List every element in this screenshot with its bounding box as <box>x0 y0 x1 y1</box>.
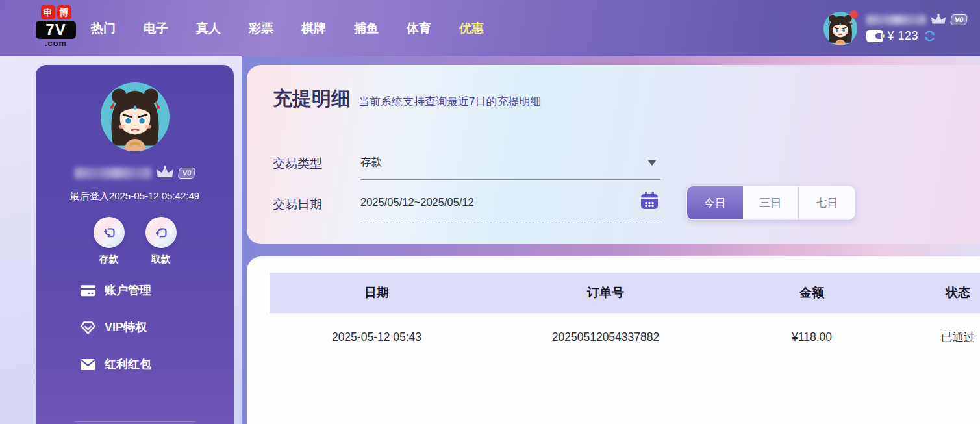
col-header-date: 日期 <box>270 284 484 301</box>
records-table: 日期 订单号 金额 状态 2025-05-12 05:43 2025051205… <box>270 273 980 361</box>
refresh-balance-icon[interactable] <box>923 29 936 43</box>
col-header-amount: 金额 <box>727 284 896 301</box>
logo-main-text: 7V <box>36 21 76 39</box>
logo-square-2: 博 <box>57 5 71 19</box>
sidebar-divider <box>75 421 195 422</box>
user-box: V0 ¥ 123 <box>823 0 967 56</box>
sidebar-item-label: 账户管理 <box>105 282 151 298</box>
page: 申 博 7V .com 热门 电子 真人 彩票 棋牌 捕鱼 体育 优惠 <box>0 0 980 424</box>
page-title-row: 充提明细 当前系统支持查询最近7日的充提明细 <box>273 86 541 112</box>
profile-vip-badge: V0 <box>178 168 196 179</box>
withdraw-button[interactable]: 取款 <box>145 217 177 266</box>
chevron-down-icon[interactable] <box>647 160 657 166</box>
cell-status: 已通过 <box>896 329 980 345</box>
logo-square-1: 申 <box>41 5 55 19</box>
col-header-status: 状态 <box>896 284 980 301</box>
nav-item-cards[interactable]: 棋牌 <box>301 20 326 37</box>
sidebar-menu: 账户管理 VIP特权 红利红包 <box>36 282 234 372</box>
deposit-icon <box>94 217 125 248</box>
notification-dot <box>850 10 858 18</box>
profile-crown-icon <box>155 166 175 180</box>
sidebar-item-vip[interactable]: VIP特权 <box>80 319 234 335</box>
user-meta: V0 ¥ 123 <box>866 14 967 43</box>
user-name-row: V0 <box>866 14 967 26</box>
filter-panel: 充提明细 当前系统支持查询最近7日的充提明细 交易类型 存款 交易日期 2025… <box>247 65 980 244</box>
nav-item-promo[interactable]: 优惠 <box>459 20 484 37</box>
nav-item-slots[interactable]: 电子 <box>144 20 168 37</box>
sidebar-item-label: VIP特权 <box>105 319 147 335</box>
top-nav: 申 博 7V .com 热门 电子 真人 彩票 棋牌 捕鱼 体育 优惠 <box>0 0 980 56</box>
tab-seven-days[interactable]: 七日 <box>799 186 855 219</box>
username-blurred <box>866 15 926 25</box>
envelope-icon <box>80 358 96 371</box>
quick-actions: 存款 取款 <box>94 217 177 266</box>
withdraw-icon <box>145 217 177 248</box>
nav-item-lottery[interactable]: 彩票 <box>249 20 273 37</box>
balance-amount: ¥ 123 <box>888 29 919 43</box>
transaction-type-value[interactable]: 存款 <box>360 155 382 169</box>
balance-row: ¥ 123 <box>866 29 967 43</box>
nav-item-hot[interactable]: 热门 <box>91 20 116 37</box>
type-select-underline <box>360 179 660 180</box>
profile-username-blurred <box>75 168 151 179</box>
calendar-icon[interactable] <box>640 191 659 213</box>
card-icon <box>80 283 96 297</box>
nav-item-fishing[interactable]: 捕鱼 <box>354 20 379 37</box>
cell-amount: ¥118.00 <box>727 330 896 344</box>
user-avatar[interactable] <box>823 12 857 45</box>
nav-item-sports[interactable]: 体育 <box>407 20 431 37</box>
nav-item-live[interactable]: 真人 <box>196 20 221 37</box>
date-select-underline <box>360 223 660 223</box>
brand-logo[interactable]: 申 博 7V .com <box>36 5 76 48</box>
page-subtitle: 当前系统支持查询最近7日的充提明细 <box>358 94 541 109</box>
logo-squares: 申 博 <box>36 5 76 19</box>
table-header-row: 日期 订单号 金额 状态 <box>270 273 980 313</box>
tab-three-days[interactable]: 三日 <box>743 186 799 219</box>
transaction-date-label: 交易日期 <box>273 196 322 213</box>
tab-today[interactable]: 今日 <box>687 186 743 219</box>
gem-icon <box>80 320 96 335</box>
profile-avatar <box>101 82 170 151</box>
withdraw-label: 取款 <box>151 253 171 266</box>
results-panel: 日期 订单号 金额 状态 2025-05-12 05:43 2025051205… <box>247 256 980 424</box>
date-range-tabs: 今日 三日 七日 <box>686 186 855 220</box>
cell-date: 2025-05-12 05:43 <box>270 330 484 344</box>
deposit-label: 存款 <box>99 253 119 266</box>
sidebar-item-account[interactable]: 账户管理 <box>80 282 234 298</box>
page-title: 充提明细 <box>273 86 351 112</box>
sidebar-item-label: 红利红包 <box>105 356 151 372</box>
transaction-date-value[interactable]: 2025/05/12~2025/05/12 <box>360 196 474 208</box>
table-row: 2025-05-12 05:43 20250512054337882 ¥118.… <box>270 313 980 361</box>
deposit-button[interactable]: 存款 <box>94 217 125 266</box>
profile-sidebar: V0 最后登入2025-05-12 05:42:49 存款 <box>36 65 234 424</box>
profile-name-row: V0 <box>75 164 195 181</box>
wallet-icon <box>866 30 883 42</box>
main-menu: 热门 电子 真人 彩票 棋牌 捕鱼 体育 优惠 <box>91 0 484 56</box>
col-header-order-no: 订单号 <box>484 284 727 301</box>
transaction-type-label: 交易类型 <box>273 155 322 172</box>
sidebar-item-bonus[interactable]: 红利红包 <box>80 356 234 372</box>
cell-order-no: 20250512054337882 <box>484 330 727 344</box>
vip-level-badge: V0 <box>949 14 968 25</box>
vip-crown-icon <box>930 14 947 26</box>
last-login-text: 最后登入2025-05-12 05:42:49 <box>70 190 199 203</box>
logo-suffix-text: .com <box>36 39 76 48</box>
